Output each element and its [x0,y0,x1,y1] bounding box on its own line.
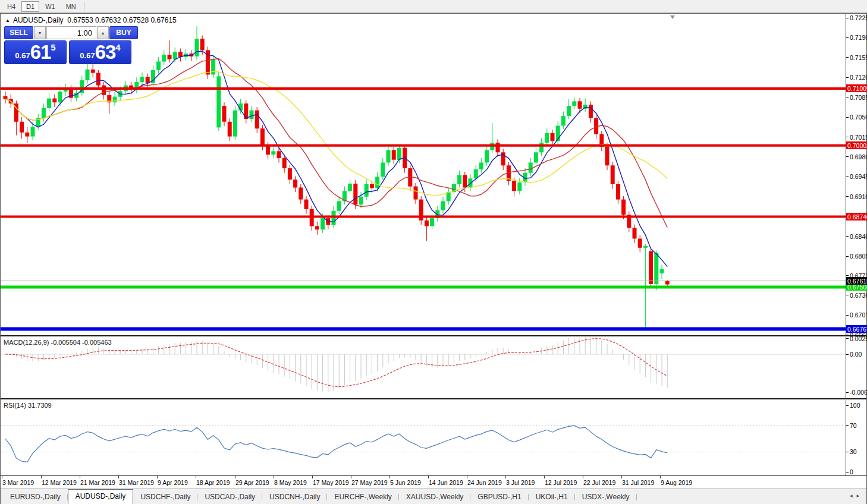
rsi-tick: 70 [846,422,857,429]
price-tick: 0.67010 [846,311,867,319]
macd-canvas[interactable] [1,337,846,398]
macd-plot[interactable]: MACD(12,26,9) -0.005504 -0.005463 [1,337,846,398]
symbol-tab-ukoil[interactable]: UKOil-,H1 [529,490,575,504]
date-tick-mark [235,476,235,478]
date-tick-mark [544,476,545,478]
rsi-tick: 100 [846,402,860,409]
date-tick-label: 29 Apr 2019 [235,479,269,486]
sell-price-tile[interactable]: 0.67 61 5 [4,40,67,64]
volume-increase-button[interactable]: ▲ [97,26,109,39]
macd-tick: -0.00632 [846,389,867,396]
macd-name: MACD(12,26,9) [4,339,49,346]
sell-price-prefix: 0.67 [15,51,30,60]
date-tick-label: 31 Jul 2019 [622,479,654,486]
buy-price-big: 63 [95,42,116,63]
date-tick-mark [351,476,351,478]
volume-input[interactable] [46,26,96,39]
buy-price-sup: 4 [115,42,120,52]
price-level-label: 0.67615 [846,277,867,285]
symbol-tab-usdcnh[interactable]: USDCNH-,Daily [262,490,327,504]
date-tick-mark [505,476,506,478]
price-tick: 0.70150 [846,134,867,141]
macd-values: -0.005504 -0.005463 [51,339,111,346]
timeframe-button-h4[interactable]: H4 [2,1,20,12]
tab-scroll-arrows: ◄► [849,493,863,499]
price-tick: 0.69100 [846,193,867,200]
rsi-panel: RSI(14) 31.7309 10070300 [1,400,866,475]
date-tick-mark [80,476,80,478]
date-tick-label: 24 Jun 2019 [467,479,502,486]
timeframe-button-mn[interactable]: MN [61,1,81,12]
timeframe-toolbar: H4D1W1MN [0,0,867,13]
buy-price-prefix: 0.67 [80,51,95,60]
candles [4,26,670,328]
date-tick-label: 9 Aug 2019 [661,479,692,486]
rsi-tick: 30 [846,448,857,455]
sell-price-big: 61 [30,42,51,63]
price-tick: 0.69800 [846,153,867,160]
timeframe-buttons: H4D1W1MN [2,1,81,12]
date-tick-mark [196,476,196,478]
date-tick-mark [583,476,583,478]
main-chart-plot[interactable]: ▲AUDUSD-,Daily 0.67553 0.67632 0.67528 0… [1,14,846,335]
chart-title: ▲AUDUSD-,Daily 0.67553 0.67632 0.67528 0… [5,16,177,24]
date-axis[interactable]: 3 Mar 201912 Mar 201921 Mar 201931 Mar 2… [1,475,866,489]
chart-shift-icon[interactable] [670,15,675,19]
sell-button[interactable]: SELL [4,26,33,39]
price-tick: 0.70850 [846,94,867,101]
date-tick-label: 12 Jul 2019 [545,479,577,486]
rsi-plot[interactable]: RSI(14) 31.7309 [1,400,846,475]
macd-panel: MACD(12,26,9) -0.005504 -0.005463 0.0025… [1,337,866,398]
rsi-name: RSI(14) [4,402,26,409]
date-tick-mark [41,476,42,478]
price-tick: 0.71550 [846,54,867,61]
price-level-label: 0.68746 [846,213,867,220]
date-tick-mark [467,476,467,478]
main-chart-panel: ▲AUDUSD-,Daily 0.67553 0.67632 0.67528 0… [1,14,866,335]
symbol-tab-eurusd[interactable]: EURUSD-,Daily [3,490,68,504]
toolbar-separator [84,2,84,11]
date-tick-label: 27 May 2019 [351,479,388,486]
one-click-trade-panel: SELL ▼ ▲ BUY 0.67 61 5 0.67 63 4 [4,26,139,64]
rsi-canvas[interactable] [1,400,846,475]
collapse-triangle-icon[interactable]: ▲ [5,18,10,23]
chart-window: ▲AUDUSD-,Daily 0.67553 0.67632 0.67528 0… [0,13,867,504]
price-axis: 0.722500.719000.715500.712000.708500.705… [846,14,866,335]
symbol-tab-eurchf[interactable]: EURCHF-,Weekly [327,490,398,504]
symbol-tab-usdx[interactable]: USDX-,Weekly [575,490,637,504]
rsi-tick: 0 [846,468,853,475]
date-tick-mark [428,476,429,478]
price-level-label: 0.70002 [846,141,867,149]
timeframe-button-w1[interactable]: W1 [40,1,60,12]
symbol-tab-bar: EURUSD-,DailyAUDUSD-,DailyUSDCHF-,DailyU… [1,489,866,504]
symbol-tab-gbpusd[interactable]: GBPUSD-,H1 [470,490,528,504]
price-tick: 0.71200 [846,74,867,81]
price-tick: 0.68400 [846,233,867,240]
date-tick-label: 8 May 2019 [274,479,307,486]
timeframe-button-d1[interactable]: D1 [21,1,39,12]
buy-price-tile[interactable]: 0.67 63 4 [69,40,131,64]
symbol-tab-usdcad[interactable]: USDCAD-,Daily [197,490,262,504]
rsi-line [5,426,667,462]
date-tick-label: 9 Apr 2019 [158,479,188,486]
date-tick-mark [389,476,390,478]
symbol-tab-usdchf[interactable]: USDCHF-,Daily [133,490,197,504]
price-level-label: 0.71005 [846,84,867,92]
price-tick: 0.68050 [846,253,867,260]
price-level-label: 0.66767 [846,325,867,333]
symbol-tab-xauusd[interactable]: XAUUSD-,Weekly [399,490,470,504]
date-tick-label: 3 Jul 2019 [506,479,535,486]
buy-button[interactable]: BUY [109,26,138,39]
price-tick: 0.69450 [846,173,867,180]
rsi-label: RSI(14) 31.7309 [4,402,52,409]
date-tick-label: 3 Mar 2019 [2,479,34,486]
tab-scroll-right-icon[interactable]: ► [856,493,863,499]
rsi-axis: 10070300 [846,400,866,475]
rsi-value: 31.7309 [28,402,52,409]
price-tick: 0.67360 [846,292,867,299]
date-tick-mark [274,476,274,478]
date-tick-mark [660,476,661,478]
symbol-tab-audusd[interactable]: AUDUSD-,Daily [68,489,134,504]
volume-decrease-button[interactable]: ▼ [34,26,46,39]
tab-scroll-left-icon[interactable]: ◄ [849,493,856,499]
